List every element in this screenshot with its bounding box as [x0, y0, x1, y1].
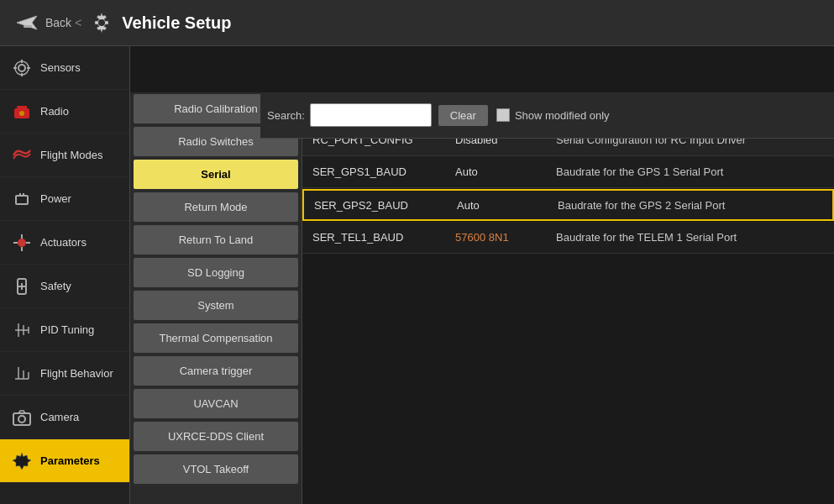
safety-icon [10, 275, 34, 298]
clear-button[interactable]: Clear [438, 105, 488, 126]
search-label: Search: [267, 109, 305, 122]
flight-modes-icon [10, 144, 34, 167]
actuators-icon [10, 231, 34, 255]
middle-btn-serial[interactable]: Serial [134, 160, 298, 189]
param-table: RC_CRSF_PRT_CFGDisabledSerial Configurat… [302, 92, 834, 504]
header-separator: < [75, 16, 81, 29]
plane-icon [13, 9, 40, 36]
sidebar-item-camera[interactable]: Camera [0, 396, 129, 439]
show-modified-label: Show modified only [515, 109, 610, 122]
sidebar-item-radio[interactable]: Radio [0, 90, 129, 134]
sidebar-item-sensors[interactable]: Sensors [0, 46, 129, 90]
sidebar-label-sensors: Sensors [40, 61, 81, 74]
sidebar-item-actuators[interactable]: Actuators [0, 221, 129, 265]
sidebar-label-safety: Safety [40, 280, 71, 292]
param-row[interactable]: SER_GPS2_BAUDAutoBaudrate for the GPS 2 … [302, 189, 834, 221]
show-modified-row: Show modified only [496, 108, 834, 122]
sensors-icon [10, 56, 34, 80]
svg-rect-1 [24, 25, 32, 28]
param-value: 57600 8N1 [455, 231, 556, 244]
sidebar-label-power: Power [40, 192, 71, 205]
middle-btn-thermal-compensation[interactable]: Thermal Compensation [134, 323, 298, 353]
svg-point-5 [15, 61, 29, 75]
sidebar-label-pid-tuning: PID Tuning [40, 323, 94, 336]
param-name: SER_GPS2_BAUD [314, 199, 457, 212]
svg-point-33 [18, 416, 25, 423]
sidebar-item-parameters[interactable]: Parameters [0, 439, 129, 483]
middle-btn-system[interactable]: System [134, 291, 298, 320]
middle-panel-inner: Radio Calibration Radio Switches Serial … [130, 92, 302, 486]
sidebar-item-pid-tuning[interactable]: PID Tuning [0, 308, 129, 352]
parameters-icon [10, 449, 34, 473]
svg-point-11 [19, 111, 24, 116]
svg-point-3 [98, 19, 105, 26]
sidebar-label-flight-modes: Flight Modes [40, 149, 102, 161]
svg-rect-14 [19, 193, 21, 197]
param-value: Auto [457, 199, 558, 212]
param-value: Auto [455, 165, 556, 178]
flight-behavior-icon [10, 362, 34, 386]
svg-rect-15 [23, 193, 24, 197]
param-desc: Baudrate for the TELEM 1 Serial Port [556, 231, 824, 244]
main-layout: Sensors Radio Flight Modes [0, 46, 834, 504]
svg-point-4 [18, 65, 25, 71]
param-row[interactable]: SER_TEL1_BAUD57600 8N1Baudrate for the T… [302, 222, 834, 254]
param-row[interactable]: SER_GPS1_BAUDAutoBaudrate for the GPS 1 … [302, 156, 834, 188]
search-input[interactable] [310, 103, 432, 127]
sidebar-item-safety[interactable]: Safety [0, 265, 129, 308]
middle-btn-sd-logging[interactable]: SD Logging [134, 258, 298, 287]
param-name: SER_GPS1_BAUD [312, 165, 455, 178]
sidebar-label-camera: Camera [40, 411, 79, 423]
header: Back < Vehicle Setup [0, 0, 834, 46]
sidebar-label-actuators: Actuators [40, 236, 87, 249]
svg-rect-12 [17, 106, 27, 108]
camera-icon [10, 406, 34, 429]
toolbar: Search: Clear Show modified only Tools [260, 92, 834, 139]
svg-rect-13 [16, 196, 28, 204]
middle-panel: Radio Calibration Radio Switches Serial … [130, 92, 302, 504]
radio-icon [10, 100, 34, 123]
middle-btn-uxrce-dds-client[interactable]: UXRCE-DDS Client [134, 422, 298, 451]
param-desc: Baudrate for the GPS 2 Serial Port [558, 199, 822, 212]
back-button[interactable]: Back [45, 16, 71, 29]
middle-btn-uavcan[interactable]: UAVCAN [134, 389, 298, 418]
sidebar-item-power[interactable]: Power [0, 177, 129, 221]
svg-point-16 [18, 239, 26, 247]
sidebar-item-flight-behavior[interactable]: Flight Behavior [0, 352, 129, 396]
gear-icon [88, 9, 115, 36]
middle-btn-camera-trigger[interactable]: Camera trigger [134, 356, 298, 386]
middle-btn-vtol-takeoff[interactable]: VTOL Takeoff [134, 454, 298, 484]
show-modified-checkbox[interactable] [496, 108, 510, 122]
sidebar-item-flight-modes[interactable]: Flight Modes [0, 134, 129, 177]
middle-btn-return-to-land[interactable]: Return To Land [134, 225, 298, 255]
sidebar: Sensors Radio Flight Modes [0, 46, 130, 504]
power-icon [10, 187, 34, 211]
sidebar-label-radio: Radio [40, 105, 69, 118]
param-name: SER_TEL1_BAUD [312, 231, 455, 244]
middle-btn-return-mode[interactable]: Return Mode [134, 192, 298, 222]
page-title: Vehicle Setup [122, 13, 231, 33]
sidebar-label-flight-behavior: Flight Behavior [40, 367, 113, 380]
sidebar-label-parameters: Parameters [40, 454, 100, 467]
pid-tuning-icon [10, 318, 34, 342]
param-desc: Baudrate for the GPS 1 Serial Port [556, 165, 824, 178]
